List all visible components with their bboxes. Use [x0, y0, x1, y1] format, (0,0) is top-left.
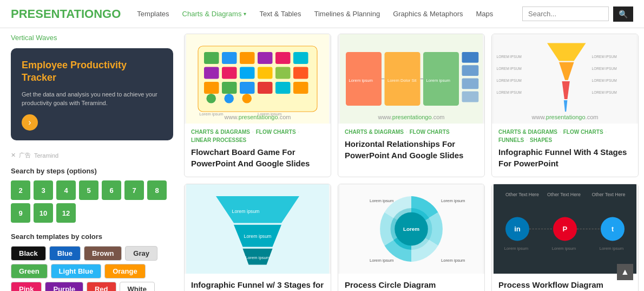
step-10[interactable]: 10	[34, 203, 53, 223]
svg-rect-18	[275, 82, 291, 94]
step-6[interactable]: 6	[102, 180, 121, 200]
step-3[interactable]: 3	[34, 180, 53, 200]
logo-accent: GO	[102, 7, 121, 21]
chevron-up-icon: ▲	[621, 267, 629, 277]
svg-rect-14	[204, 82, 219, 94]
card-url-funnel4: www.presentationgo.com	[532, 114, 599, 120]
nav-charts[interactable]: Charts & Diagrams ▾	[182, 10, 247, 18]
card-title-circle: Process Circle Diagram	[345, 279, 478, 290]
tag-linear-processes[interactable]: LINEAR PROCESSES	[191, 137, 246, 143]
sidebar: Vertical Waves Employee Productivity Tra…	[0, 28, 184, 291]
card-tags-funnel4: CHARTS & DIAGRAMS · FLOW CHARTS · FUNNEL…	[498, 129, 632, 143]
ad-cta-button[interactable]: ›	[22, 114, 38, 131]
breadcrumb-link[interactable]: Vertical Waves	[11, 34, 173, 42]
color-gray[interactable]: Gray	[125, 246, 157, 261]
tag-charts-f4[interactable]: CHARTS & DIAGRAMS	[498, 129, 557, 135]
svg-text:Lorem ipsum: Lorem ipsum	[349, 78, 373, 83]
step-7[interactable]: 7	[124, 180, 144, 200]
card-url-horizontal: www.presentationgo.com	[378, 114, 445, 120]
card-funnel4[interactable]: LOREM IPSUM LOREM IPSUM LOREM IPSUM LORE…	[491, 34, 639, 177]
main-content: Lorem ipsum Lorem ipsum www.presentation…	[184, 28, 644, 291]
svg-text:Lorem ipsum: Lorem ipsum	[199, 112, 223, 117]
color-light-blue[interactable]: Light Blue	[51, 264, 102, 279]
color-brown[interactable]: Brown	[84, 246, 122, 261]
card-circle[interactable]: Lorem Lorem ipsum Lorem ipsum Lorem ipsu…	[338, 184, 485, 291]
ad-brand: Teramind	[34, 152, 58, 159]
color-pink[interactable]: Pink	[11, 282, 42, 291]
nav-timelines[interactable]: Timelines & Planning	[314, 10, 380, 18]
svg-text:P: P	[563, 225, 568, 233]
svg-text:Lorem ipsum: Lorem ipsum	[600, 246, 623, 251]
search-input[interactable]	[522, 7, 609, 21]
svg-rect-32	[462, 65, 479, 76]
svg-text:Other Text Here: Other Text Here	[505, 192, 539, 197]
flowchart-preview-svg: Lorem ipsum Lorem ipsum	[185, 34, 331, 124]
tag-flow-charts[interactable]: FLOW CHARTS	[256, 129, 296, 135]
svg-point-20	[206, 94, 216, 104]
colors-grid: Black Blue Brown Gray Green Light Blue O…	[11, 246, 173, 291]
svg-rect-5	[258, 52, 273, 64]
card-title-workflow: Process Workflow Diagram	[498, 279, 632, 290]
ad-text: Get the data and analysis you need to ac…	[22, 90, 162, 108]
svg-rect-11	[240, 67, 255, 79]
step-4[interactable]: 4	[56, 180, 76, 200]
svg-rect-7	[293, 52, 308, 64]
svg-text:Other Text Here: Other Text Here	[592, 192, 626, 197]
color-red[interactable]: Red	[87, 282, 116, 291]
color-orange[interactable]: Orange	[104, 264, 146, 279]
search-button[interactable]: 🔍	[613, 7, 633, 22]
search-area: 🔍	[522, 7, 633, 22]
card-body-horizontal: CHARTS & DIAGRAMS · FLOW CHARTS Horizont…	[338, 124, 484, 169]
ad-close-icon[interactable]: ✕	[11, 152, 16, 159]
step-5[interactable]: 5	[79, 180, 98, 200]
site-logo[interactable]: PRESENTATIONGO	[11, 7, 121, 21]
card-flowchart[interactable]: Lorem ipsum Lorem ipsum www.presentation…	[184, 34, 331, 177]
card-title-funnel3: Infographic Funnel w/ 3 Stages for Power…	[191, 279, 324, 291]
svg-rect-2	[204, 52, 219, 64]
nav-text-tables[interactable]: Text & Tables	[259, 10, 301, 18]
card-funnel3[interactable]: Lorem ipsum Lorem ipsum Lorem ipsum Info…	[184, 184, 331, 291]
svg-rect-10	[258, 67, 273, 79]
card-horizontal[interactable]: Lorem ipsum Lorem Dolor Sit Lorem ipsum …	[338, 34, 485, 177]
svg-point-21	[224, 94, 234, 104]
ad-box: Employee Productivity Tracker Get the da…	[11, 48, 173, 140]
workflow-preview-svg: Other Text Here Other Text Here Other Te…	[492, 184, 638, 274]
card-body-funnel3: Infographic Funnel w/ 3 Stages for Power…	[185, 274, 331, 291]
color-green[interactable]: Green	[11, 264, 48, 279]
tag-funnels-f4[interactable]: FUNNELS	[498, 137, 524, 143]
svg-text:Lorem ipsum: Lorem ipsum	[426, 78, 450, 83]
tag-charts-diagrams-h[interactable]: CHARTS & DIAGRAMS	[345, 129, 404, 135]
step-12[interactable]: 12	[56, 203, 76, 223]
step-8[interactable]: 8	[147, 180, 167, 200]
tag-flow-charts-h[interactable]: FLOW CHARTS	[410, 129, 450, 135]
color-blue[interactable]: Blue	[49, 246, 81, 261]
nav-maps[interactable]: Maps	[476, 10, 493, 18]
nav-graphics[interactable]: Graphics & Metaphors	[393, 10, 463, 18]
svg-rect-4	[240, 52, 255, 64]
scroll-top-button[interactable]: ▲	[617, 264, 633, 280]
color-white[interactable]: White	[120, 282, 155, 291]
card-image-funnel3: Lorem ipsum Lorem ipsum Lorem ipsum	[185, 184, 331, 274]
svg-text:Lorem ipsum: Lorem ipsum	[370, 198, 393, 203]
nav-templates[interactable]: Templates	[137, 10, 169, 18]
svg-text:LOREM IPSUM: LOREM IPSUM	[592, 79, 617, 82]
svg-text:Lorem ipsum: Lorem ipsum	[441, 198, 465, 203]
ad-title: Employee Productivity Tracker	[22, 59, 162, 85]
card-image-horizontal: Lorem ipsum Lorem Dolor Sit Lorem ipsum …	[338, 34, 484, 124]
tag-shapes-f4[interactable]: SHAPES	[530, 137, 552, 143]
colors-section-title: Search templates by colors	[11, 232, 173, 241]
ad-meta: ✕ 广告 Teramind	[11, 151, 173, 159]
card-image-flowchart: Lorem ipsum Lorem ipsum www.presentation…	[185, 34, 331, 124]
color-black[interactable]: Black	[11, 246, 46, 261]
svg-rect-15	[222, 82, 237, 94]
step-2[interactable]: 2	[11, 180, 30, 200]
svg-rect-6	[275, 52, 291, 64]
tag-charts-diagrams[interactable]: CHARTS & DIAGRAMS	[191, 129, 250, 135]
card-url-flowchart: www.presentationgo.com	[225, 114, 291, 120]
step-9[interactable]: 9	[11, 203, 30, 223]
steps-section-title: Search by steps (options)	[11, 167, 173, 175]
color-purple[interactable]: Purple	[45, 282, 83, 291]
tag-flow-f4[interactable]: FLOW CHARTS	[563, 129, 603, 135]
card-body-flowchart: CHARTS & DIAGRAMS · FLOW CHARTS · LINEAR…	[185, 124, 331, 177]
svg-point-22	[242, 94, 252, 104]
